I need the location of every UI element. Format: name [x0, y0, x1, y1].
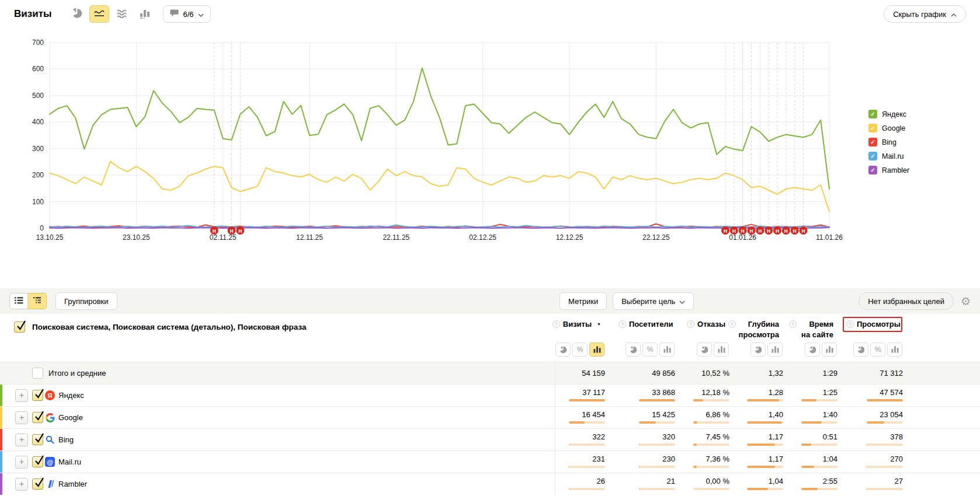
- bars-display-toggle[interactable]: [589, 343, 604, 357]
- comment-bubble-icon: [170, 9, 179, 19]
- choose-goal-button[interactable]: Выберите цель: [613, 292, 694, 310]
- view-mode-switcher: [9, 293, 47, 309]
- row-checkbox[interactable]: [32, 456, 43, 467]
- legend-item-google[interactable]: ✓Google: [868, 124, 909, 132]
- row-label[interactable]: Яндекс: [58, 391, 84, 400]
- row-checkbox[interactable]: [32, 412, 43, 423]
- svg-text:Н: Н: [784, 228, 788, 234]
- column-header-label[interactable]: Просмотры: [857, 319, 899, 330]
- holiday-annotation-marker[interactable]: Н: [748, 226, 756, 235]
- legend-item-mailru[interactable]: ✓Mail.ru: [868, 152, 909, 160]
- metric-value-cell: 320: [608, 429, 678, 450]
- row-checkbox[interactable]: [32, 478, 43, 490]
- help-icon[interactable]: ?: [789, 320, 797, 328]
- holiday-annotation-marker[interactable]: Н: [764, 226, 773, 235]
- help-icon[interactable]: ?: [552, 320, 560, 328]
- column-header-label[interactable]: Отказы: [697, 319, 725, 330]
- row-checkbox[interactable]: [32, 434, 43, 445]
- row-label[interactable]: Rambler: [58, 480, 87, 488]
- legend-checkbox[interactable]: ✓: [868, 166, 877, 174]
- svg-text:Н: Н: [230, 228, 233, 234]
- help-icon[interactable]: ?: [728, 320, 736, 328]
- column-chart-type-button[interactable]: [135, 5, 155, 23]
- expand-row-button[interactable]: +: [15, 411, 28, 424]
- totals-checkbox[interactable]: [32, 368, 43, 379]
- flat-list-view-button[interactable]: [9, 293, 28, 309]
- pie-display-toggle[interactable]: [697, 343, 712, 357]
- x-axis-label: 23.10.25: [123, 233, 150, 242]
- pie-display-toggle[interactable]: [853, 343, 868, 357]
- legend-checkbox[interactable]: ✓: [868, 152, 877, 160]
- holiday-annotation-marker[interactable]: Н: [773, 226, 781, 235]
- column-header-label[interactable]: Визиты: [563, 319, 592, 330]
- percent-display-toggle[interactable]: %: [572, 343, 588, 357]
- metric-value: 378: [840, 432, 903, 441]
- x-axis-label: 12.11.25: [296, 233, 323, 242]
- metric-value-cell: 49 856: [608, 362, 678, 384]
- expand-row-button[interactable]: +: [15, 389, 28, 402]
- y-axis-label: 600: [32, 65, 44, 73]
- pie-chart-type-button[interactable]: [67, 5, 86, 23]
- holiday-annotation-marker[interactable]: Н: [782, 226, 790, 235]
- column-header-label[interactable]: Глубина просмотра: [739, 319, 779, 340]
- bars-display-toggle[interactable]: [767, 343, 783, 357]
- legend-checkbox[interactable]: ✓: [868, 110, 877, 118]
- annotations-button[interactable]: 6/6: [163, 5, 210, 23]
- holiday-annotation-marker[interactable]: Н: [800, 226, 808, 235]
- legend-item-rambler[interactable]: ✓Rambler: [868, 166, 909, 174]
- legend-item-bing[interactable]: ✓Bing: [868, 138, 909, 146]
- favorite-goals-button[interactable]: Нет избранных целей: [859, 292, 954, 310]
- holiday-annotation-marker[interactable]: Н: [791, 226, 799, 235]
- row-label[interactable]: Bing: [58, 435, 74, 444]
- holiday-annotation-marker[interactable]: Н: [210, 226, 218, 235]
- select-all-checkbox[interactable]: [14, 322, 25, 333]
- line-chart-type-button[interactable]: [89, 5, 109, 23]
- metric-value: 322: [555, 432, 605, 441]
- expand-row-button[interactable]: +: [15, 456, 28, 469]
- holiday-annotation-marker[interactable]: Н: [721, 226, 729, 235]
- pie-display-toggle[interactable]: [805, 343, 820, 357]
- holiday-annotation-marker[interactable]: Н: [756, 226, 764, 235]
- settings-gear-icon[interactable]: ⚙: [961, 296, 971, 307]
- metric-share-bar: [569, 488, 605, 490]
- groupings-button[interactable]: Группировки: [55, 292, 117, 310]
- tree-view-button[interactable]: [28, 293, 47, 309]
- metric-value-cell: 26: [555, 473, 608, 495]
- holiday-annotation-marker[interactable]: Н: [730, 226, 738, 235]
- help-icon[interactable]: ?: [618, 320, 626, 328]
- metrics-button[interactable]: Метрики: [559, 292, 607, 310]
- pie-display-toggle[interactable]: [750, 343, 766, 357]
- pie-display-toggle[interactable]: [555, 343, 571, 357]
- line-chart-icon: [93, 8, 105, 20]
- help-icon[interactable]: ?: [687, 320, 694, 328]
- metric-value: 1,32: [732, 369, 783, 378]
- bars-display-toggle[interactable]: [659, 343, 675, 357]
- x-axis-label: 22.11.25: [383, 233, 409, 242]
- help-icon[interactable]: ?: [846, 320, 854, 328]
- bars-display-toggle[interactable]: [714, 343, 729, 357]
- hide-chart-button[interactable]: Скрыть график: [884, 5, 966, 23]
- column-header-label[interactable]: Посетители: [629, 319, 671, 330]
- expand-row-button[interactable]: +: [15, 478, 28, 491]
- percent-display-toggle[interactable]: %: [870, 343, 885, 357]
- metric-value-cell: 37 117: [555, 385, 608, 406]
- stacked-area-chart-type-button[interactable]: [112, 5, 132, 23]
- bars-display-toggle[interactable]: [887, 343, 902, 357]
- legend-checkbox[interactable]: ✓: [868, 138, 877, 146]
- holiday-annotation-marker[interactable]: Н: [236, 226, 244, 235]
- expand-row-button[interactable]: +: [15, 434, 28, 446]
- rambler-icon: [45, 479, 55, 489]
- holiday-annotation-marker[interactable]: Н: [228, 226, 236, 235]
- pie-display-toggle[interactable]: [625, 343, 641, 357]
- dimension-header-label[interactable]: Поисковая система, Поисковая система (де…: [32, 322, 306, 331]
- percent-display-toggle[interactable]: %: [642, 343, 658, 357]
- row-checkbox[interactable]: [32, 390, 43, 401]
- metric-share-bar-fill: [693, 421, 697, 424]
- row-label[interactable]: Google: [58, 413, 83, 422]
- legend-checkbox[interactable]: ✓: [868, 124, 877, 132]
- row-label[interactable]: Mail.ru: [58, 457, 81, 466]
- column-header-label[interactable]: Время на сайте: [800, 319, 833, 340]
- legend-item-[interactable]: ✓Яндекс: [868, 110, 909, 118]
- bars-display-toggle[interactable]: [822, 343, 837, 357]
- holiday-annotation-marker[interactable]: Н: [739, 226, 747, 235]
